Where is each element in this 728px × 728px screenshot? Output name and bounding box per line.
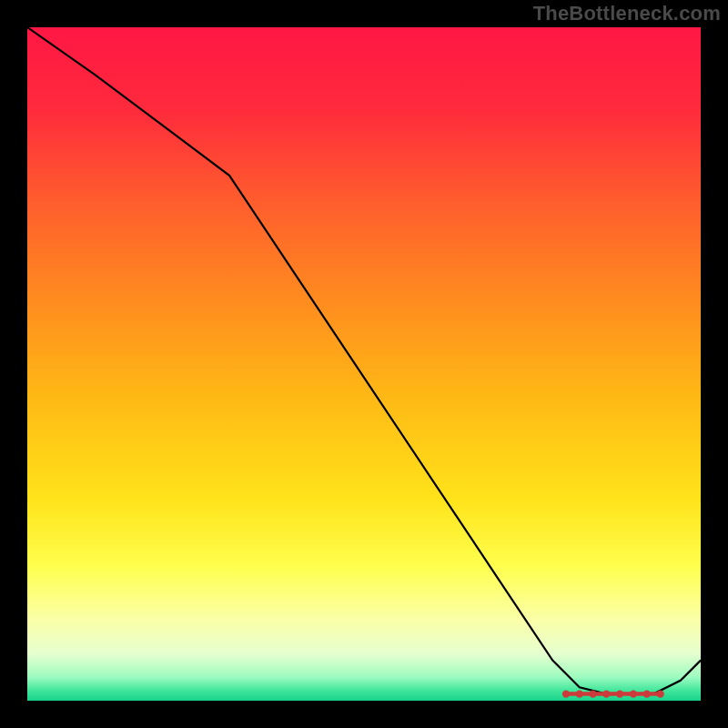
svg-point-3 xyxy=(589,690,596,697)
svg-point-8 xyxy=(656,690,663,697)
svg-point-2 xyxy=(576,690,583,697)
svg-point-5 xyxy=(616,690,623,697)
svg-point-4 xyxy=(602,690,610,697)
svg-point-6 xyxy=(630,690,637,697)
svg-point-1 xyxy=(562,690,570,697)
gradient-background xyxy=(27,27,701,701)
svg-point-7 xyxy=(643,690,651,697)
chart-frame: TheBottleneck.com xyxy=(0,0,728,728)
chart-svg xyxy=(27,27,701,701)
watermark-text: TheBottleneck.com xyxy=(533,2,721,25)
plot-area xyxy=(27,27,701,701)
